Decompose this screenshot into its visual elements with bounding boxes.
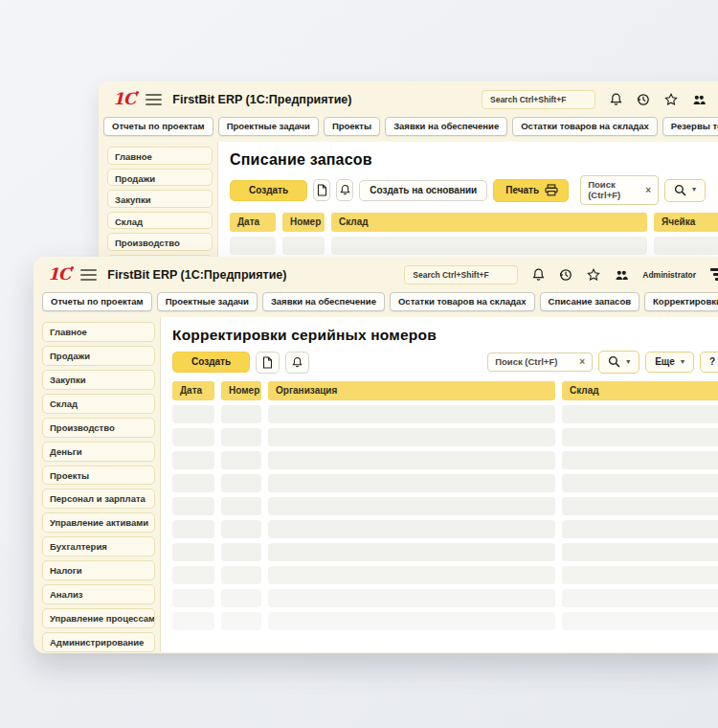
table-row[interactable] [172, 474, 718, 492]
sidebar-item[interactable]: Склад [107, 212, 213, 230]
table-row[interactable] [172, 497, 718, 515]
column-header[interactable]: Номер [282, 213, 325, 232]
table-row[interactable] [172, 405, 718, 423]
column-header[interactable]: Номер [221, 381, 261, 400]
table-cell-placeholder [172, 589, 214, 607]
create-based-on-button[interactable]: Создать на основании [359, 180, 487, 201]
chevron-down-icon: ▾ [681, 358, 684, 366]
table-cell-placeholder [562, 589, 718, 607]
clear-search-icon[interactable]: × [579, 356, 585, 367]
table-row[interactable] [172, 612, 718, 630]
global-search-input[interactable]: Search Ctrl+Shift+F [482, 90, 595, 109]
tab[interactable]: Заявки на обеспечение [262, 292, 385, 311]
tab[interactable]: Отчеты по проектам [42, 292, 152, 311]
new-document-icon[interactable] [313, 179, 330, 201]
table-row[interactable] [230, 237, 718, 255]
tab[interactable]: Остатки товаров на складах [512, 117, 658, 136]
table-row[interactable] [172, 543, 718, 561]
main-menu-icon[interactable] [146, 94, 162, 105]
list-search-input[interactable]: Поиск (Ctrl+F) × [487, 353, 593, 372]
table-cell-placeholder [172, 612, 214, 630]
sidebar-item[interactable]: Администрирование [42, 632, 155, 652]
more-button[interactable]: Еще ▾ [645, 352, 694, 373]
table-body [172, 405, 718, 630]
sidebar-item[interactable]: Налоги [42, 560, 155, 580]
sidebar-item[interactable]: Управление активами [42, 512, 155, 533]
column-header[interactable]: Ячейка [654, 213, 718, 232]
sidebar-item[interactable]: Главное [42, 322, 155, 342]
sidebar-item[interactable]: Продажи [107, 169, 213, 187]
users-icon[interactable] [692, 94, 706, 105]
sidebar-item[interactable]: Склад [42, 394, 155, 414]
users-icon[interactable] [615, 269, 628, 281]
notifications-bell-icon[interactable] [610, 93, 622, 106]
history-icon[interactable] [637, 93, 650, 106]
global-search-input[interactable]: Search Ctrl+Shift+F [404, 265, 518, 284]
window-serial-number-corrections: 1С FirstBit ERP (1С:Предприятие) Search … [34, 257, 718, 653]
sidebar-item[interactable]: Персонал и зарплата [42, 489, 155, 509]
table-cell-placeholder [562, 451, 718, 469]
table-cell-placeholder [331, 237, 647, 255]
sidebar-item[interactable]: Бухгалтерия [42, 536, 155, 557]
column-header[interactable]: Организация [268, 381, 555, 400]
table-cell-placeholder [221, 405, 261, 423]
table-cell-placeholder [282, 237, 325, 255]
sidebar-item[interactable]: Главное [107, 147, 213, 165]
list-search-input[interactable]: Поиск (Ctrl+F) × [580, 175, 659, 205]
table-cell-placeholder [654, 237, 718, 255]
sidebar-item[interactable]: Деньги [42, 442, 155, 462]
sidebar-item[interactable]: Производство [42, 418, 155, 438]
create-button[interactable]: Создать [172, 352, 250, 373]
tab[interactable]: Проектные задачи [218, 117, 319, 136]
reminder-bell-icon[interactable] [336, 179, 353, 201]
print-button[interactable]: Печать [493, 179, 569, 202]
sidebar-item[interactable]: Продажи [42, 346, 155, 366]
clear-search-icon[interactable]: × [645, 185, 651, 195]
tab[interactable]: Заявки на обеспечение [385, 117, 507, 136]
content-area: Списание запасов Создать Создать на осно… [217, 142, 718, 272]
sidebar-item[interactable]: Управление процессами [42, 608, 155, 628]
tab[interactable]: Проекты [324, 117, 380, 136]
sidebar-item[interactable]: Производство [107, 233, 213, 251]
column-header[interactable]: Дата [230, 213, 276, 232]
tab[interactable]: Списание запасов [540, 292, 639, 311]
table-row[interactable] [172, 589, 718, 607]
column-header[interactable]: Склад [331, 213, 647, 232]
window-inventory-writeoff: 1С FirstBit ERP (1С:Предприятие) Search … [99, 81, 718, 273]
current-user-label[interactable]: Administrator [642, 270, 696, 280]
search-options-button[interactable]: ▾ [664, 179, 706, 202]
table-row[interactable] [172, 428, 718, 446]
table-cell-placeholder [268, 474, 555, 492]
tab[interactable]: Корректировки серийных номеров [644, 292, 718, 311]
table-row[interactable] [172, 566, 718, 584]
tab[interactable]: Резервы товаров [662, 117, 718, 136]
tab[interactable]: Проектные задачи [157, 292, 258, 311]
table-row[interactable] [172, 520, 718, 538]
history-icon[interactable] [559, 268, 572, 282]
tab[interactable]: Отчеты по проектам [103, 117, 213, 136]
create-button[interactable]: Создать [230, 180, 307, 201]
notifications-bell-icon[interactable] [532, 268, 545, 282]
sidebar-item[interactable]: Закупки [107, 190, 213, 208]
new-document-icon[interactable] [256, 352, 280, 374]
table-row[interactable] [172, 451, 718, 469]
table-cell-placeholder [221, 497, 261, 515]
favorites-star-icon[interactable] [664, 93, 678, 106]
list-toolbar: Создать Поиск (Ctrl+F) × ▾ Еще [172, 351, 718, 374]
main-menu-icon[interactable] [80, 269, 97, 281]
table-cell-placeholder [172, 566, 214, 584]
sidebar-item[interactable]: Проекты [42, 466, 155, 486]
sidebar-item[interactable]: Анализ [42, 584, 155, 604]
table-cell-placeholder [221, 428, 261, 446]
help-button[interactable]: ? [700, 352, 718, 373]
reminder-bell-icon[interactable] [285, 352, 309, 374]
search-options-button[interactable]: ▾ [598, 351, 639, 374]
table-cell-placeholder [172, 474, 214, 492]
service-menu-icon[interactable] [710, 268, 718, 281]
sidebar-item[interactable]: Закупки [42, 370, 155, 390]
column-header[interactable]: Склад [562, 381, 718, 400]
tab[interactable]: Остатки товаров на складах [390, 292, 535, 311]
favorites-star-icon[interactable] [587, 268, 600, 282]
table-cell-placeholder [221, 612, 261, 630]
column-header[interactable]: Дата [172, 381, 214, 400]
